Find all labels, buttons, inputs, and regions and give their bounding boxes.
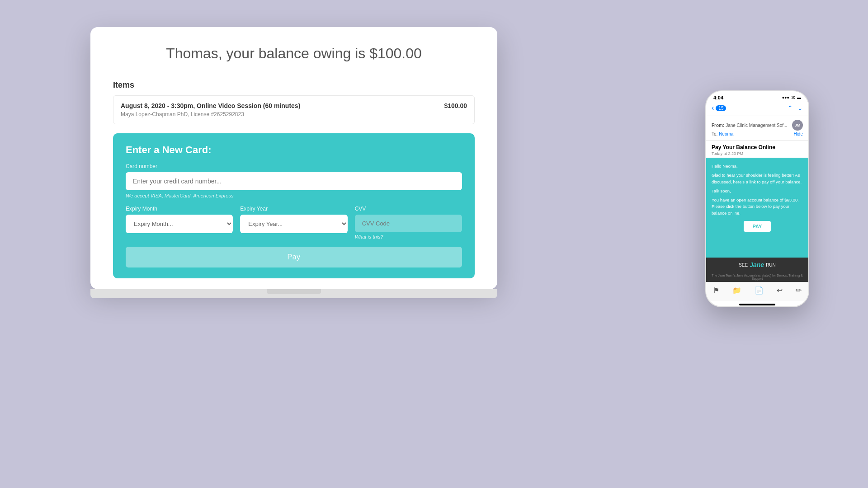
expiry-month-label: Expiry Month <box>126 206 233 212</box>
email-body-text: Hello Neoma, Glad to hear your shoulder … <box>712 163 803 216</box>
card-number-input[interactable] <box>126 172 462 190</box>
footer-see-text: SEE <box>739 263 748 267</box>
email-to-row: To: Neoma Hide <box>712 131 803 136</box>
battery-icon: ▬ <box>797 95 801 100</box>
cvv-input[interactable] <box>355 215 462 232</box>
email-from-text: From: Jane Clinic Management Sof... <box>712 123 787 128</box>
footer-run-text: RUN <box>766 263 776 267</box>
status-icons: ●●● ⌘ ▬ <box>782 95 801 100</box>
from-label: From: <box>712 123 724 128</box>
item-price: $100.00 <box>444 102 467 109</box>
folder-icon[interactable]: 📁 <box>732 286 741 295</box>
home-indicator <box>739 304 775 305</box>
hide-button[interactable]: Hide <box>793 131 803 136</box>
from-value: Jane Clinic Management Sof... <box>726 123 787 128</box>
cvv-label: CVV <box>355 206 462 212</box>
footer-jane-logo: Jane <box>750 261 764 268</box>
laptop-base <box>90 289 497 298</box>
reply-icon[interactable]: ↩ <box>777 286 783 295</box>
compose-icon[interactable]: ✏ <box>796 286 802 295</box>
phone-bottom-toolbar: ⚑ 📁 📄 ↩ ✏ <box>706 282 808 301</box>
expiry-year-label: Expiry Year <box>240 206 347 212</box>
email-body-line2: Talk soon, <box>712 188 803 194</box>
email-subject-block: Pay Your Balance Online Today at 2:20 PM <box>706 141 808 158</box>
email-subject: Pay Your Balance Online <box>712 144 803 150</box>
down-arrow-icon[interactable]: ⌄ <box>797 104 803 112</box>
email-body: Hello Neoma, Glad to hear your shoulder … <box>706 158 808 258</box>
item-provider: Maya Lopez-Chapman PhD, License #2625292… <box>121 111 300 117</box>
email-from-row: From: Jane Clinic Management Sof... JM <box>712 120 803 131</box>
cvv-hint[interactable]: What is this? <box>355 234 462 239</box>
phone-status-bar: 4:04 ●●● ⌘ ▬ <box>706 91 808 102</box>
card-section: Enter a New Card: Card number We accept … <box>113 133 475 278</box>
email-count-badge: 15 <box>716 105 726 111</box>
up-arrow-icon[interactable]: ⌃ <box>788 104 793 112</box>
doc-icon[interactable]: 📄 <box>755 286 764 295</box>
phone: 4:04 ●●● ⌘ ▬ ‹ 15 ⌃ ⌄ From: Jane Clinic … <box>705 90 809 307</box>
email-nav-left: ‹ 15 <box>712 104 726 112</box>
laptop: Thomas, your balance owing is $100.00 It… <box>90 27 497 316</box>
expiry-month-col: Expiry Month Expiry Month... 01 - Januar… <box>126 206 233 233</box>
email-time: Today at 2:20 PM <box>712 151 803 156</box>
item-details: August 8, 2020 - 3:30pm, Online Video Se… <box>121 102 300 117</box>
cvv-col: CVV What is this? <box>355 206 462 239</box>
back-arrow-icon[interactable]: ‹ <box>712 104 714 112</box>
item-row: August 8, 2020 - 3:30pm, Online Video Se… <box>113 95 475 124</box>
laptop-screen: Thomas, your balance owing is $100.00 It… <box>90 27 497 289</box>
accepted-cards-text: We accept VISA, MasterCard, American Exp… <box>126 193 462 198</box>
to-label: To: <box>712 131 717 136</box>
email-header: From: Jane Clinic Management Sof... JM T… <box>706 116 808 141</box>
wifi-icon: ⌘ <box>791 95 795 100</box>
divider <box>113 73 475 73</box>
card-number-label: Card number <box>126 163 462 169</box>
email-avatar: JM <box>792 120 803 131</box>
card-section-title: Enter a New Card: <box>126 144 462 156</box>
to-value[interactable]: Neoma <box>719 131 733 136</box>
signal-icon: ●●● <box>782 95 789 100</box>
email-greeting: Hello Neoma, <box>712 163 803 169</box>
email-nav-right: ⌃ ⌄ <box>788 104 803 112</box>
email-nav-bar: ‹ 15 ⌃ ⌄ <box>706 102 808 116</box>
footer-sub-text: The Jane Team's Jane Account (as stated)… <box>706 272 808 282</box>
status-time: 4:04 <box>713 95 723 100</box>
items-label: Items <box>113 80 475 90</box>
flag-icon[interactable]: ⚑ <box>713 286 719 295</box>
pay-email-button[interactable]: PAY <box>744 221 771 232</box>
expiry-year-select[interactable]: Expiry Year... 2020 2021 2022 2023 2024 … <box>240 215 347 233</box>
pay-button[interactable]: Pay <box>126 247 462 267</box>
expiry-year-col: Expiry Year Expiry Year... 2020 2021 202… <box>240 206 347 233</box>
expiry-cvv-row: Expiry Month Expiry Month... 01 - Januar… <box>126 206 462 239</box>
email-footer-dark: SEE Jane RUN <box>706 258 808 272</box>
email-body-line3: You have an open account balance of $63.… <box>712 197 803 216</box>
email-to-text: To: Neoma <box>712 131 733 136</box>
email-body-line1: Glad to hear your shoulder is feeling be… <box>712 172 803 185</box>
expiry-month-select[interactable]: Expiry Month... 01 - January 02 - Februa… <box>126 215 233 233</box>
item-description: August 8, 2020 - 3:30pm, Online Video Se… <box>121 102 300 109</box>
page-title: Thomas, your balance owing is $100.00 <box>113 45 475 62</box>
